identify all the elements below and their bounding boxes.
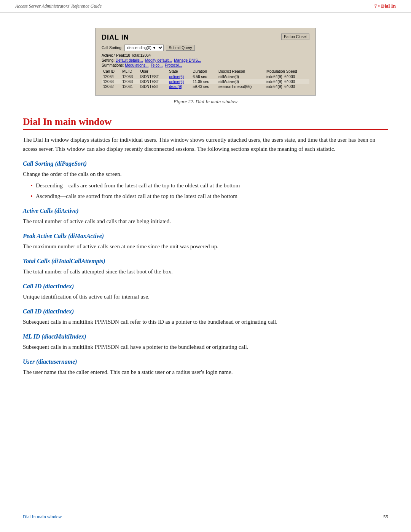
cell-modspeed: isdn64(9) 64000 [265, 74, 309, 80]
section-heading: Dial In main window [23, 116, 388, 130]
sub-body-2: The maximum number of active calls seen … [23, 242, 388, 251]
table-row: 12064 12063 ISDNTEST online(6) 6.56 sec … [102, 74, 309, 80]
footer-right: 55 [383, 514, 388, 520]
cell-duration: 59.43 sec [191, 84, 217, 89]
screen-title-row: DIAL IN Patton Closet [102, 34, 309, 42]
telco-link[interactable]: Telco... [151, 63, 163, 67]
screen-stats: Active:7 Peak:18 Total:12064 [102, 53, 309, 58]
sub-heading-2: Peak Active Calls (diMaxActive) [23, 233, 388, 240]
default-details-link[interactable]: Default details... [116, 58, 143, 62]
cell-discnct: stillActive(0) [217, 74, 265, 80]
sub-heading-6: ML ID (diactMultiIndex) [23, 333, 388, 340]
protocol-link[interactable]: Protocol... [165, 63, 182, 67]
cell-call-id: 12064 [102, 74, 121, 80]
col-duration: Duration [191, 69, 217, 74]
sub-body-0: Change the order of the calls on the scr… [23, 169, 388, 179]
col-state: State [167, 69, 191, 74]
bullet-item-0-0: Descending—calls are sorted from the lat… [30, 181, 388, 190]
main-content: DIAL IN Patton Closet Call Sorting: desc… [0, 13, 411, 402]
sub-heading-4: Call ID (diactIndex) [23, 283, 388, 290]
modulations-link[interactable]: Modulations... [125, 63, 148, 67]
screen-sorting-row: Call Sorting: descending(0) ▼ Submit Que… [102, 45, 309, 51]
cell-ml-id: 12063 [121, 74, 139, 80]
cell-user: ISDNTEST [139, 74, 167, 80]
screen-summations-links: Summations: Modulations... Telco... Prot… [102, 63, 309, 67]
header-left: Access Server Administrators' Reference … [15, 3, 102, 9]
table-row: 12063 12063 ISDNTEST online(6) 11.05 sec… [102, 79, 309, 84]
cell-call-id: 12063 [102, 79, 121, 84]
cell-discnct: sessionTimeout(66) [217, 84, 265, 89]
screenshot-container: DIAL IN Patton Closet Call Sorting: desc… [23, 28, 388, 105]
screen-title: DIAL IN [102, 34, 129, 42]
header-right: 7 • Dial In [374, 3, 396, 9]
state-link[interactable]: dead(9) [169, 85, 182, 89]
subsection-4: Call ID (diactIndex)Unique identificatio… [23, 283, 388, 301]
manage-dnis-link[interactable]: Manage DNIS... [174, 58, 201, 62]
cell-duration: 11.05 sec [191, 79, 217, 84]
footer-left: Dial In main window [23, 514, 62, 520]
cell-ml-id: 12063 [121, 79, 139, 84]
bullet-item-0-1: Ascending—calls are sorted from the olde… [30, 192, 388, 201]
cell-duration: 6.56 sec [191, 74, 217, 80]
col-user: User [139, 69, 167, 74]
col-ml-id: ML ID [121, 69, 139, 74]
sub-body-6: Subsequent calls in a multilink PPP/ISDN… [23, 342, 388, 351]
setting-label: Setting: [102, 58, 116, 62]
sub-body-4: Unique identification of this active cal… [23, 292, 388, 301]
summations-label: Summations: [102, 63, 125, 67]
table-row: 12062 12061 ISDNTEST dead(9) 59.43 sec s… [102, 84, 309, 89]
cell-state: dead(9) [167, 84, 191, 89]
modify-default-link[interactable]: Modify default... [145, 58, 172, 62]
footer: Dial In main window 55 [0, 509, 411, 524]
screen-setting-links: Setting: Default details... Modify defau… [102, 58, 309, 62]
state-link[interactable]: online(6) [169, 75, 184, 79]
intro-text: The Dial In window displays statistics f… [23, 135, 388, 153]
subsection-5: Call ID (diactIndex)Subsequent calls in … [23, 308, 388, 326]
sub-heading-1: Active Calls (diActive) [23, 208, 388, 214]
subsection-6: ML ID (diactMultiIndex)Subsequent calls … [23, 333, 388, 351]
sub-heading-7: User (diactusername) [23, 358, 388, 365]
cell-discnct: stillActive(0) [217, 79, 265, 84]
sub-heading-5: Call ID (diactIndex) [23, 308, 388, 315]
header: Access Server Administrators' Reference … [0, 0, 411, 13]
sub-body-1: The total number of active calls and cal… [23, 217, 388, 226]
subsections-container: Call Sorting (diPageSort)Change the orde… [23, 160, 388, 377]
sub-body-5: Subsequent calls in a multilink PPP/ISDN… [23, 317, 388, 326]
calls-table: Call ID ML ID User State Duration Discnc… [102, 69, 309, 89]
patton-closet-button[interactable]: Patton Closet [281, 34, 309, 40]
cell-state: online(6) [167, 79, 191, 84]
state-link[interactable]: online(6) [169, 80, 184, 84]
screenshot-box: DIAL IN Patton Closet Call Sorting: desc… [95, 28, 316, 96]
col-discnct: Discnct Reason [217, 69, 265, 74]
cell-state: online(6) [167, 74, 191, 80]
submit-query-button[interactable]: Submit Query [166, 45, 194, 51]
figure-caption: Figure 22. Dial In main window [174, 99, 237, 105]
subsection-2: Peak Active Calls (diMaxActive)The maxim… [23, 233, 388, 251]
subsection-7: User (diactusername)The user name that t… [23, 358, 388, 377]
col-call-id: Call ID [102, 69, 121, 74]
cell-modspeed: isdn64(9) 64000 [265, 79, 309, 84]
sorting-select[interactable]: descending(0) ▼ [124, 45, 164, 51]
sub-bullets-0: Descending—calls are sorted from the lat… [30, 181, 388, 201]
col-modulation: Modulation Speed [265, 69, 309, 74]
table-body: 12064 12063 ISDNTEST online(6) 6.56 sec … [102, 74, 309, 89]
cell-user: ISDNTEST [139, 79, 167, 84]
subsection-3: Total Calls (diTotalCallAttempts)The tot… [23, 258, 388, 276]
sub-heading-0: Call Sorting (diPageSort) [23, 160, 388, 167]
subsection-1: Active Calls (diActive)The total number … [23, 208, 388, 226]
sub-heading-3: Total Calls (diTotalCallAttempts) [23, 258, 388, 265]
sub-body-3: The total number of calls attempted sinc… [23, 267, 388, 276]
sorting-label: Call Sorting: [102, 46, 122, 50]
cell-modspeed: isdn64(9) 64000 [265, 84, 309, 89]
cell-call-id: 12062 [102, 84, 121, 89]
sub-body-7: The user name that the caller entered. T… [23, 367, 388, 377]
table-header: Call ID ML ID User State Duration Discnc… [102, 69, 309, 74]
subsection-0: Call Sorting (diPageSort)Change the orde… [23, 160, 388, 201]
cell-ml-id: 12061 [121, 84, 139, 89]
cell-user: ISDNTEST [139, 84, 167, 89]
